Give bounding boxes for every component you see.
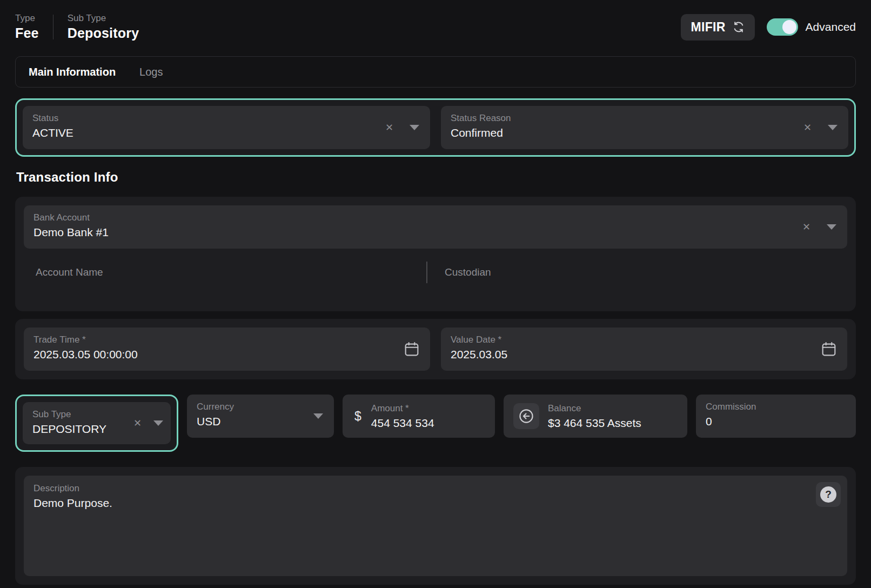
trade-time-input[interactable]: Trade Time * 2025.03.05 00:00:00 — [24, 328, 430, 371]
description-textarea[interactable]: Description Demo Purpose. ? — [24, 476, 847, 576]
status-reason-value: Confirmed — [451, 126, 839, 139]
sub-type-highlight: Sub Type DEPOSITORY ✕ — [15, 395, 178, 452]
arrow-left-circle-button[interactable] — [513, 403, 539, 429]
description-label: Description — [34, 483, 838, 494]
header-actions: MIFIR Advanced — [681, 14, 856, 41]
breadcrumb: Type Fee Sub Type Depository — [15, 13, 139, 41]
clear-icon[interactable]: ✕ — [802, 222, 810, 232]
transaction-form-page: Type Fee Sub Type Depository MIFIR — [0, 0, 871, 588]
chevron-down-icon[interactable] — [827, 224, 836, 230]
calendar-icon[interactable] — [820, 340, 838, 358]
help-button[interactable]: ? — [816, 482, 841, 507]
status-row: Status ACTIVE ✕ Status Reason Confirmed … — [23, 106, 848, 149]
currency-select[interactable]: Currency USD — [187, 395, 334, 438]
balance-value: $3 464 535 Assets — [548, 417, 641, 430]
type-value: Fee — [15, 25, 39, 41]
chevron-down-icon[interactable] — [410, 125, 419, 130]
value-date-label: Value Date * — [451, 335, 838, 345]
clear-icon[interactable]: ✕ — [385, 123, 393, 132]
account-name-field[interactable]: Account Name — [36, 266, 426, 278]
custodian-field[interactable]: Custodian — [427, 266, 835, 278]
bank-account-label: Bank Account — [34, 212, 838, 223]
bank-account-panel: Bank Account Demo Bank #1 ✕ Account Name… — [15, 197, 856, 311]
advanced-toggle-label: Advanced — [806, 21, 856, 34]
commission-label: Commission — [706, 402, 846, 412]
refresh-icon — [732, 21, 745, 34]
amount-value: 454 534 534 — [371, 417, 434, 430]
status-select-value: ACTIVE — [32, 126, 420, 139]
currency-value: USD — [197, 415, 324, 428]
header: Type Fee Sub Type Depository MIFIR — [15, 13, 856, 41]
balance-field: Balance $3 464 535 Assets — [504, 395, 687, 438]
amount-input[interactable]: $ Amount * 454 534 534 — [343, 395, 495, 438]
amount-label: Amount * — [371, 403, 434, 414]
status-select[interactable]: Status ACTIVE ✕ — [23, 106, 430, 149]
subtype-crumb: Sub Type Depository — [68, 13, 139, 41]
subtype-label: Sub Type — [68, 13, 139, 24]
bank-account-value: Demo Bank #1 — [34, 226, 838, 239]
advanced-toggle-knob — [782, 20, 796, 34]
account-name-label: Account Name — [36, 266, 426, 278]
clear-icon[interactable]: ✕ — [803, 123, 812, 132]
commission-input[interactable]: Commission 0 — [696, 395, 856, 438]
bank-account-select[interactable]: Bank Account Demo Bank #1 ✕ — [24, 205, 847, 249]
commission-value: 0 — [706, 415, 846, 428]
status-reason-select[interactable]: Status Reason Confirmed ✕ — [441, 106, 848, 149]
trade-time-label: Trade Time * — [34, 335, 420, 345]
description-panel: Description Demo Purpose. ? — [15, 467, 856, 585]
type-crumb: Type Fee — [15, 13, 39, 41]
tab-bar: Main Information Logs — [15, 56, 856, 88]
crumb-divider — [53, 15, 53, 39]
transaction-info-heading: Transaction Info — [16, 170, 856, 185]
subtype-value: Depository — [68, 25, 139, 41]
tab-main-information[interactable]: Main Information — [29, 66, 116, 78]
mifir-button[interactable]: MIFIR — [681, 14, 754, 41]
value-date-value: 2025.03.05 — [451, 348, 838, 361]
advanced-toggle-wrap: Advanced — [767, 18, 856, 36]
custodian-label: Custodian — [445, 266, 835, 278]
sub-type-select[interactable]: Sub Type DEPOSITORY ✕ — [23, 402, 171, 444]
balance-label: Balance — [548, 403, 641, 414]
dollar-icon: $ — [352, 409, 361, 424]
status-highlight-group: Status ACTIVE ✕ Status Reason Confirmed … — [15, 98, 856, 157]
arrow-left-circle-icon — [518, 407, 535, 425]
trade-time-value: 2025.03.05 00:00:00 — [34, 348, 420, 361]
chevron-down-icon[interactable] — [313, 413, 323, 419]
description-value: Demo Purpose. — [34, 497, 838, 510]
question-mark-icon: ? — [820, 486, 836, 503]
amounts-row: Sub Type DEPOSITORY ✕ Currency USD $ Amo… — [15, 395, 856, 452]
status-select-label: Status — [32, 113, 420, 124]
value-date-input[interactable]: Value Date * 2025.03.05 — [441, 328, 847, 371]
advanced-toggle[interactable] — [767, 18, 798, 36]
account-details-row: Account Name Custodian — [24, 249, 847, 303]
status-reason-label: Status Reason — [451, 113, 839, 124]
currency-label: Currency — [197, 402, 324, 412]
tab-logs[interactable]: Logs — [139, 66, 163, 78]
mifir-button-label: MIFIR — [691, 20, 725, 35]
clear-icon[interactable]: ✕ — [133, 418, 142, 428]
calendar-icon[interactable] — [403, 340, 420, 358]
type-label: Type — [15, 13, 39, 24]
chevron-down-icon[interactable] — [828, 125, 838, 130]
chevron-down-icon[interactable] — [153, 420, 163, 426]
dates-panel: Trade Time * 2025.03.05 00:00:00 Value D… — [15, 319, 856, 379]
